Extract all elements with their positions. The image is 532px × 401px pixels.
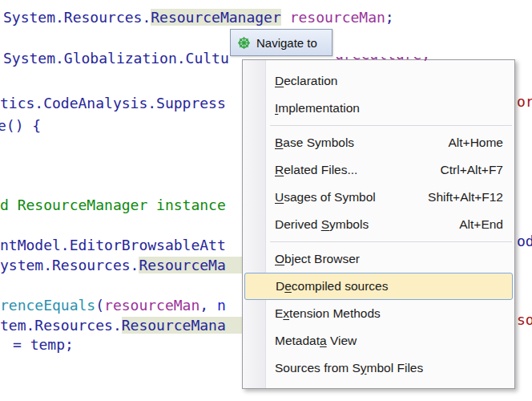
label-text: ymbols xyxy=(329,217,369,231)
menu-item-decompiled-sources[interactable]: Decompiled sources xyxy=(244,273,513,300)
menu-item-label: Related Files... xyxy=(275,163,357,177)
code-text: ; xyxy=(385,9,394,26)
navigate-to-label: Navigate to xyxy=(256,36,317,50)
access-key: D xyxy=(275,74,284,87)
code-line: = temp; xyxy=(13,337,74,353)
code-line: d ResourceManager instance xyxy=(0,197,226,213)
code-text: renceEquals xyxy=(0,297,95,314)
code-text: resourceMan xyxy=(104,297,200,314)
access-key: B xyxy=(275,136,283,149)
menu-item-label: Metadata View xyxy=(275,334,357,348)
code-text: or xyxy=(517,93,532,110)
code-text: System.Globalization.Cultu xyxy=(3,50,229,67)
usage-highlight: ResourceMana xyxy=(122,317,242,334)
code-text: e() { xyxy=(0,117,41,134)
access-key: y xyxy=(361,361,367,375)
menu-item-label: Object Browser xyxy=(275,252,360,266)
code-text: System.Resources. xyxy=(3,9,151,26)
code-text: = temp; xyxy=(13,336,74,353)
menu-item-implementation[interactable]: Implementation xyxy=(243,95,514,122)
access-key: O xyxy=(275,252,284,265)
label-text: Sources from S xyxy=(275,361,361,375)
code-text: od xyxy=(517,233,532,249)
access-key: U xyxy=(275,190,284,204)
code-text: tem.Resources. xyxy=(0,317,122,334)
menu-shortcut: Ctrl+Alt+F7 xyxy=(426,163,503,177)
label-text: tension Methods xyxy=(289,306,381,320)
access-key: R xyxy=(275,163,284,176)
clipped-code-fragment: ureCulture; xyxy=(335,57,439,64)
access-key: a xyxy=(320,334,327,347)
code-line: tics.CodeAnalysis.Suppress xyxy=(0,95,226,111)
label-text: mplementation xyxy=(278,101,360,115)
access-key: e xyxy=(284,279,292,293)
menu-item-declaration[interactable]: Declaration xyxy=(243,67,514,95)
label-text: E xyxy=(275,306,283,320)
menu-item-metadata-view[interactable]: Metadata View xyxy=(243,327,514,354)
menu-shortcut: Alt+Home xyxy=(434,136,504,150)
access-key: S xyxy=(321,217,329,231)
code-line: renceEquals(resourceMan, n xyxy=(0,298,226,314)
code-line: ystem.Resources.ResourceMa xyxy=(0,257,243,273)
menu-item-base-symbols[interactable]: Base SymbolsAlt+Home xyxy=(243,129,514,156)
menu-separator xyxy=(243,122,514,129)
menu-item-label: Usages of Symbol xyxy=(275,190,376,205)
code-text: ureCulture; xyxy=(335,57,430,63)
navigate-to-header: Navigate to xyxy=(230,29,332,56)
label-text: Derived xyxy=(275,217,321,231)
code-text: resourceMan xyxy=(290,9,385,26)
menu-item-sources-from-symbol-files[interactable]: Sources from Symbol Files xyxy=(243,354,514,382)
code-text: tics.CodeAnalysis.Suppress xyxy=(0,95,226,111)
access-key: x xyxy=(283,306,289,320)
menu-item-object-browser[interactable]: Object Browser xyxy=(243,245,514,273)
code-fragment: so xyxy=(517,312,532,328)
menu-separator xyxy=(243,238,514,245)
usage-highlight: ResourceManager xyxy=(151,9,281,26)
code-line: ntModel.EditorBrowsableAtt xyxy=(0,237,226,253)
menu-item-label: Extension Methods xyxy=(275,306,381,321)
label-text: elated Files... xyxy=(284,163,357,176)
label-text: View xyxy=(327,334,357,347)
menu-item-extension-methods[interactable]: Extension Methods xyxy=(243,300,514,327)
menu-item-usages-of-symbol[interactable]: Usages of SymbolShift+Alt+F12 xyxy=(243,184,514,211)
menu-item-label: Base Symbols xyxy=(275,136,354,150)
code-text: so xyxy=(517,311,532,328)
menu-shortcut: Shift+Alt+F12 xyxy=(413,190,503,205)
menu-item-label: Declaration xyxy=(275,74,337,88)
navigate-to-menu: Declaration Implementation Base SymbolsA… xyxy=(242,59,515,389)
menu-shortcut: Alt+End xyxy=(445,217,503,232)
code-text: ystem.Resources. xyxy=(0,257,139,273)
label-text: Metadat xyxy=(275,334,320,347)
usage-highlight: ResourceMa xyxy=(139,257,242,273)
menu-item-label: Decompiled sources xyxy=(276,279,388,294)
label-text: D xyxy=(276,279,284,293)
menu-item-derived-symbols[interactable]: Derived SymbolsAlt+End xyxy=(243,211,514,238)
label-text: ase Symbols xyxy=(283,136,354,149)
label-text: mbol Files xyxy=(367,361,424,375)
code-fragment: or xyxy=(517,94,532,110)
code-text: ntModel.EditorBrowsableAtt xyxy=(0,237,226,253)
code-text xyxy=(281,9,290,26)
code-text: ( xyxy=(95,297,104,314)
label-text: bject Browser xyxy=(284,252,360,265)
comment-text: d ResourceManager instance xyxy=(0,196,226,213)
menu-item-label: Implementation xyxy=(275,101,360,115)
menu-item-related-files[interactable]: Related Files...Ctrl+Alt+F7 xyxy=(243,156,514,184)
code-line: e() { xyxy=(0,118,41,134)
label-text: eclaration xyxy=(284,74,337,87)
navigate-compass-icon xyxy=(237,36,251,50)
code-text: , xyxy=(200,297,208,314)
label-text: compiled sources xyxy=(292,279,389,293)
code-line: System.Globalization.Cultu xyxy=(3,51,229,67)
label-text: sages of Symbol xyxy=(284,190,376,204)
code-line: tem.Resources.ResourceMana xyxy=(0,318,242,334)
menu-item-label: Sources from Symbol Files xyxy=(275,361,423,375)
menu-item-label: Derived Symbols xyxy=(275,217,369,232)
code-line: System.Resources.ResourceManager resourc… xyxy=(3,10,394,26)
code-fragment: od xyxy=(517,233,532,249)
code-text: n xyxy=(208,297,226,314)
